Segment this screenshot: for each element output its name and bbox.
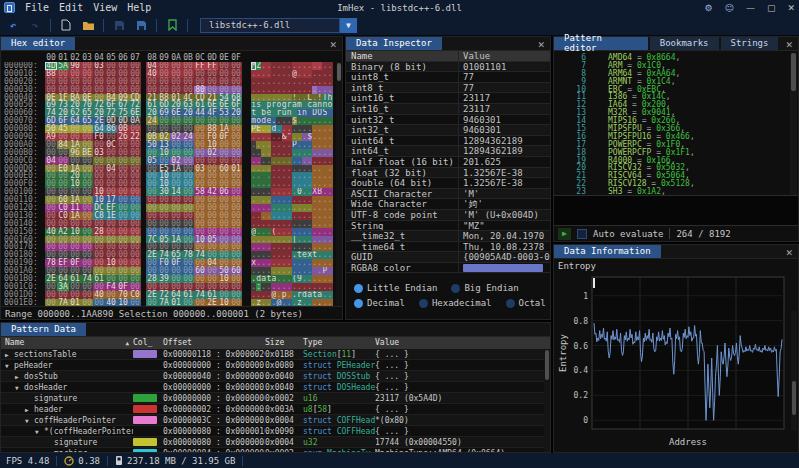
ascii-char[interactable]: . [327,220,332,228]
menu-file[interactable]: File [25,2,49,13]
inspector-row[interactable]: uint8_t77 [346,72,550,83]
col-size[interactable]: Size [265,337,303,349]
ascii-char[interactable]: . [327,228,332,236]
radio-big-endian[interactable]: Big Endian [451,283,518,293]
code-line[interactable]: 12IA64 = 0x200, [554,101,798,109]
tab-pattern-data[interactable]: Pattern Data [1,323,86,336]
auto-evaluate-checkbox[interactable] [577,229,587,239]
inspector-row[interactable]: GUID{00905A4D-0003-0000-0 [346,252,550,263]
hex-byte[interactable]: 00 [93,299,105,306]
menu-view[interactable]: View [93,2,117,13]
code-line[interactable]: 6AMD64 = 0x8664, [554,54,798,62]
menu-help[interactable]: Help [127,2,151,13]
ascii-char[interactable]: . [327,188,332,196]
pattern-code-editor[interactable]: 6AMD64 = 0x8664,7ARM = 0x1C0,8ARM64 = 0x… [554,51,798,195]
col-name[interactable]: Name▲ [1,337,133,349]
inspector-row[interactable]: uint32_t9460301 [346,115,550,126]
ascii-char[interactable]: . [327,196,332,204]
minimize-button[interactable]: — [746,3,755,13]
hex-scrollbar[interactable] [336,62,342,306]
maximize-button[interactable]: ▢ [767,3,776,13]
inspector-row[interactable]: __time64_tThu, 10.08.2378 09:16:29 [346,242,550,253]
menu-edit[interactable]: Edit [59,2,83,13]
bookmark-icon[interactable] [165,19,179,32]
ascii-char[interactable]: . [327,165,332,173]
file-selector[interactable]: libstdc++-6.dll ▼ [200,18,357,33]
col-type[interactable]: Type [303,337,375,349]
ascii-char[interactable]: . [327,141,332,149]
ascii-char[interactable]: ` [327,267,332,275]
ascii-char[interactable]: . [327,291,332,299]
hex-byte[interactable]: 10 [218,299,230,306]
chevron-right-icon[interactable]: ▶ [25,404,34,414]
ascii-char[interactable]: . [327,62,332,70]
tab-data-information[interactable]: Data Information [554,245,661,258]
open-folder-icon[interactable] [81,19,95,32]
chevron-down-icon[interactable]: ▼ [35,426,44,436]
code-line[interactable]: 23SH3 = 0x1A2, [554,188,798,195]
hex-byte[interactable]: 7A [158,299,170,306]
ascii-char[interactable]: . [327,251,332,259]
inspector-row[interactable]: ASCII Character'M' [346,189,550,200]
ascii-char[interactable]: . [327,236,332,244]
code-line[interactable]: 9ARMNT = 0x1C4, [554,78,798,86]
ascii-char[interactable]: . [327,180,332,188]
col-offset[interactable]: Offset [163,337,265,349]
inspector-row[interactable]: int16_t23117 [346,104,550,115]
tab-hex-editor[interactable]: Hex editor [1,37,75,50]
hex-byte[interactable]: 00 [81,299,93,306]
ascii-char[interactable]: . [327,70,332,78]
hex-byte[interactable]: 10 [117,299,129,306]
inspector-row[interactable]: uint64_t12894362189 [346,136,550,147]
inspector-row[interactable]: Wide Character'婍' [346,199,550,210]
tab-data-inspector[interactable]: Data Inspector [346,37,442,50]
pattern-data-row[interactable]: signature0x00000080 : 0x00000080x0004u32… [1,437,550,448]
pattern-data-row[interactable]: ▼peHeader0x00000000 : 0x00000070x0080str… [1,360,550,371]
ascii-char[interactable]: h [327,94,332,102]
inspector-row[interactable]: int32_t9460301 [346,125,550,136]
inspector-row[interactable]: Binary (8 bit)01001101 [346,62,550,73]
inspector-row[interactable]: __time32_tMon, 20.04.1970 13:51:41 [346,231,550,242]
ascii-char[interactable]: . [327,125,332,133]
code-line[interactable]: 11I386 = 0x14C, [554,93,798,101]
hex-byte[interactable]: 2E [206,299,218,306]
data-information-scrollbar[interactable] [791,311,797,431]
hex-byte[interactable]: 00 [45,299,57,306]
ascii-char[interactable]: . [327,157,332,165]
code-line[interactable]: 22RISCV128 = 0x5128, [554,180,798,188]
inspector-row[interactable]: int64_t12894362189 [346,146,550,157]
pattern-data-row[interactable]: ▶header0x00000002 : 0x00000030x003Au8[58… [1,404,550,415]
inspector-row[interactable]: uint16_t23117 [346,93,550,104]
radio-decimal[interactable]: Decimal [354,298,405,308]
feedback-smiley-icon[interactable]: ☺ [725,3,734,13]
ascii-char[interactable]: . [327,275,332,283]
chevron-down-icon[interactable]: ▼ [5,360,14,370]
ascii-char[interactable]: . [327,86,332,94]
code-line[interactable]: 8ARM64 = 0xAA64, [554,70,798,78]
tab-pattern-editor[interactable]: Pattern editor [554,37,648,50]
close-icon[interactable]: ✕ [532,40,550,50]
col-value[interactable]: Value [375,337,550,349]
hex-byte[interactable]: 00 [182,299,194,306]
chevron-right-icon[interactable]: ▶ [15,371,24,381]
redo-icon[interactable]: ↷ [28,19,42,32]
close-icon[interactable]: ✕ [780,40,798,50]
close-icon[interactable]: ✕ [324,40,342,50]
close-button[interactable]: ✕ [787,3,795,13]
inspector-row[interactable]: RGBA8 color [346,263,550,274]
ascii-char[interactable]: . [327,243,332,251]
radio-octal[interactable]: Octal [506,298,546,308]
hex-byte[interactable]: 00 [146,299,158,306]
inspector-row[interactable]: UTF-8 code point'M' (U+0x004D) [346,210,550,221]
pattern-data-scrollbar[interactable] [544,349,550,452]
chevron-down-icon[interactable]: ▼ [15,382,24,392]
hex-byte[interactable]: 00 [194,299,206,306]
ascii-char[interactable]: . [327,149,332,157]
undo-icon[interactable]: ↶ [6,19,20,32]
tab-bookmarks[interactable]: Bookmarks [650,37,719,50]
chevron-right-icon[interactable]: ▶ [5,349,14,359]
hex-byte[interactable]: 01 [170,299,182,306]
pattern-data-row[interactable]: ▶dosStub0x00000040 : 0x00000070x0040stru… [1,371,550,382]
hex-byte[interactable]: 00 [129,299,141,306]
code-line[interactable]: 10EBC = 0xEBC, [554,86,798,94]
